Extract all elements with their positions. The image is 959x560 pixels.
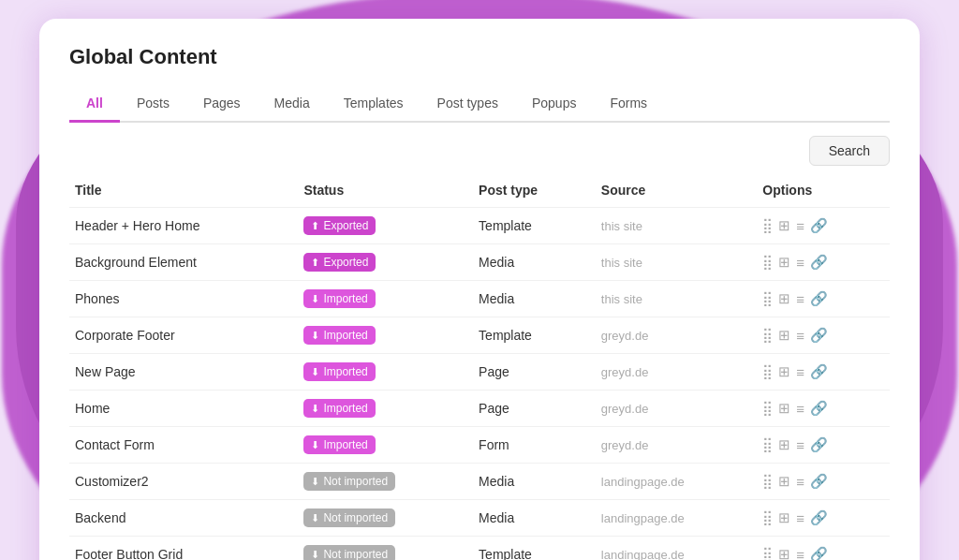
grid-icon[interactable]: ⊞ <box>778 509 790 526</box>
list-icon[interactable]: ≡ <box>796 218 804 234</box>
table-row: Customizer2⬇ Not importedMedialandingpag… <box>69 464 890 500</box>
cell-source: this site <box>596 208 758 244</box>
cell-source: landingpage.de <box>596 464 758 500</box>
tab-popups[interactable]: Popups <box>515 86 593 123</box>
list-icon[interactable]: ≡ <box>796 474 804 490</box>
toolbar: Search <box>69 136 890 166</box>
signal-icon[interactable]: 🔗 <box>810 290 828 307</box>
signal-icon[interactable]: 🔗 <box>810 546 828 560</box>
tab-post-types[interactable]: Post types <box>420 86 515 123</box>
grid-icon[interactable]: ⊞ <box>778 473 790 490</box>
grid-icon[interactable]: ⊞ <box>778 254 790 271</box>
tab-media[interactable]: Media <box>258 86 327 123</box>
grid-icon[interactable]: ⊞ <box>778 327 790 344</box>
table-row: Contact Form⬇ ImportedFormgreyd.de⣿⊞≡🔗 <box>69 427 890 464</box>
cell-post-type: Media <box>473 244 596 281</box>
signal-icon[interactable]: 🔗 <box>810 363 828 380</box>
source-label: this site <box>601 219 642 233</box>
cell-post-type: Media <box>473 500 596 537</box>
search-button[interactable]: Search <box>809 136 890 166</box>
list-icon[interactable]: ≡ <box>796 255 804 271</box>
source-label: greyd.de <box>601 329 649 343</box>
cell-status: ⬇ Not imported <box>298 500 473 537</box>
signal-icon[interactable]: 🔗 <box>810 254 828 271</box>
col-header-title: Title <box>69 177 298 208</box>
tree-icon[interactable]: ⣿ <box>762 217 773 234</box>
grid-icon[interactable]: ⊞ <box>778 546 790 560</box>
list-icon[interactable]: ≡ <box>796 291 804 307</box>
source-label: greyd.de <box>601 402 649 416</box>
table-row: Phones⬇ ImportedMediathis site⣿⊞≡🔗 <box>69 281 890 317</box>
tab-posts[interactable]: Posts <box>120 86 186 123</box>
tree-icon[interactable]: ⣿ <box>762 363 773 380</box>
tree-icon[interactable]: ⣿ <box>762 473 773 490</box>
content-table: TitleStatusPost typeSourceOptions Header… <box>69 177 890 560</box>
cell-status: ⬇ Imported <box>298 317 473 354</box>
list-icon[interactable]: ≡ <box>796 510 804 526</box>
cell-source: this site <box>596 281 758 317</box>
cell-post-type: Form <box>473 427 596 464</box>
cell-title: Phones <box>69 281 298 317</box>
list-icon[interactable]: ≡ <box>796 437 804 453</box>
cell-options: ⣿⊞≡🔗 <box>757 391 890 427</box>
list-icon[interactable]: ≡ <box>796 328 804 344</box>
grid-icon[interactable]: ⊞ <box>778 290 790 307</box>
signal-icon[interactable]: 🔗 <box>810 473 828 490</box>
tree-icon[interactable]: ⣿ <box>762 436 773 453</box>
cell-post-type: Media <box>473 464 596 500</box>
status-badge: ⬇ Imported <box>303 435 375 454</box>
cell-title: Customizer2 <box>69 464 298 500</box>
col-header-source: Source <box>596 177 758 208</box>
grid-icon[interactable]: ⊞ <box>778 400 790 417</box>
signal-icon[interactable]: 🔗 <box>810 400 828 417</box>
tabs-bar: AllPostsPagesMediaTemplatesPost typesPop… <box>69 86 890 123</box>
table-row: Corporate Footer⬇ ImportedTemplategreyd.… <box>69 317 890 354</box>
cell-source: this site <box>596 244 758 281</box>
grid-icon[interactable]: ⊞ <box>778 436 790 453</box>
cell-source: landingpage.de <box>596 500 758 537</box>
list-icon[interactable]: ≡ <box>796 364 804 380</box>
table-row: Header + Hero Home⬆ ExportedTemplatethis… <box>69 208 890 244</box>
tab-templates[interactable]: Templates <box>327 86 420 123</box>
status-badge: ⬇ Not imported <box>303 472 395 491</box>
tab-all[interactable]: All <box>69 86 120 123</box>
tab-forms[interactable]: Forms <box>593 86 664 123</box>
tree-icon[interactable]: ⣿ <box>762 546 773 560</box>
cell-status: ⬆ Exported <box>298 208 473 244</box>
cell-post-type: Template <box>473 537 596 561</box>
cell-title: Footer Button Grid <box>69 537 298 561</box>
signal-icon[interactable]: 🔗 <box>810 436 828 453</box>
cell-options: ⣿⊞≡🔗 <box>757 281 890 317</box>
cell-status: ⬇ Not imported <box>298 464 473 500</box>
source-label: this site <box>601 292 642 306</box>
cell-status: ⬇ Imported <box>298 427 473 464</box>
status-badge: ⬇ Imported <box>303 399 375 418</box>
status-badge: ⬆ Exported <box>303 216 376 235</box>
cell-options: ⣿⊞≡🔗 <box>757 500 890 537</box>
source-label: landingpage.de <box>601 548 685 560</box>
tree-icon[interactable]: ⣿ <box>762 290 773 307</box>
cell-options: ⣿⊞≡🔗 <box>757 464 890 500</box>
tree-icon[interactable]: ⣿ <box>762 254 773 271</box>
list-icon[interactable]: ≡ <box>796 401 804 417</box>
list-icon[interactable]: ≡ <box>796 547 804 561</box>
tab-pages[interactable]: Pages <box>186 86 258 123</box>
cell-options: ⣿⊞≡🔗 <box>757 537 890 561</box>
tree-icon[interactable]: ⣿ <box>762 509 773 526</box>
cell-options: ⣿⊞≡🔗 <box>757 427 890 464</box>
panel-title: Global Content <box>69 45 890 69</box>
cell-title: Home <box>69 391 298 427</box>
grid-icon[interactable]: ⊞ <box>778 363 790 380</box>
signal-icon[interactable]: 🔗 <box>810 509 828 526</box>
table-row: Backend⬇ Not importedMedialandingpage.de… <box>69 500 890 537</box>
source-label: greyd.de <box>601 438 649 452</box>
tree-icon[interactable]: ⣿ <box>762 400 773 417</box>
table-body: Header + Hero Home⬆ ExportedTemplatethis… <box>69 208 890 561</box>
grid-icon[interactable]: ⊞ <box>778 217 790 234</box>
signal-icon[interactable]: 🔗 <box>810 217 828 234</box>
cell-title: Background Element <box>69 244 298 281</box>
tree-icon[interactable]: ⣿ <box>762 327 773 344</box>
cell-options: ⣿⊞≡🔗 <box>757 317 890 354</box>
source-label: landingpage.de <box>601 511 685 525</box>
signal-icon[interactable]: 🔗 <box>810 327 828 344</box>
